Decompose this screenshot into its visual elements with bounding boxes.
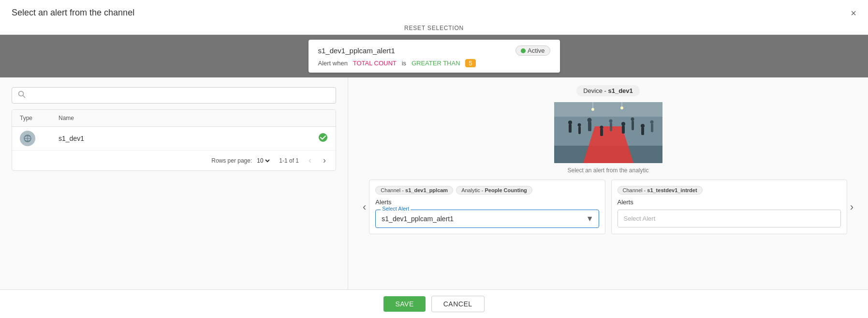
rows-per-page-label: Rows per page:	[211, 157, 252, 164]
modal-header: Select an alert from the channel ×	[0, 0, 868, 22]
svg-rect-7	[554, 102, 662, 117]
device-type-icon	[20, 131, 35, 146]
svg-line-1	[23, 96, 25, 98]
active-badge: Active	[515, 45, 550, 56]
right-panel: Device - s1_dev1	[348, 77, 868, 289]
condition-operator: GREATER THAN	[412, 60, 460, 67]
table-row[interactable]: s1_dev1	[12, 127, 336, 151]
svg-point-21	[621, 122, 625, 126]
select-alert-float-label-0: Select Alert	[381, 206, 411, 212]
td-name: s1_dev1	[59, 135, 318, 142]
svg-rect-26	[651, 123, 653, 132]
channel-card-0: Channel - s1_dev1_pplcam Analytic - Peop…	[369, 180, 605, 234]
channel-card-1: Channel - s1_testdev1_intrdet Alerts Sel…	[611, 180, 847, 234]
modal-footer: SAVE CANCEL	[0, 289, 868, 318]
alerts-label-1: Alerts	[618, 198, 841, 206]
alert-card-header: s1_dev1_pplcam_alert1 Active	[318, 45, 550, 56]
select-alert-empty-1[interactable]: Select Alert	[618, 210, 841, 227]
rows-per-page-select[interactable]: 10 25 50	[255, 157, 271, 165]
active-label: Active	[528, 47, 544, 54]
svg-point-17	[600, 126, 603, 129]
svg-point-15	[587, 118, 591, 122]
cancel-button[interactable]: CANCEL	[431, 296, 485, 312]
svg-point-5	[319, 133, 327, 142]
select-alert-select-0[interactable]: s1_dev1_pplcam_alert1	[376, 210, 598, 227]
reset-selection-link[interactable]: RESET SELECTION	[404, 25, 464, 31]
channels-row: ‹ Channel - s1_dev1_pplcam Analytic - Pe…	[360, 180, 856, 234]
selected-alert-banner: s1_dev1_pplcam_alert1 Active Alert when …	[0, 35, 868, 77]
table-header: Type Name	[12, 110, 336, 127]
active-dot-icon	[521, 48, 526, 53]
device-label: Device - s1_dev1	[576, 85, 640, 96]
preview-hint: Select an alert from the analytic	[567, 167, 648, 174]
close-icon[interactable]: ×	[851, 8, 856, 18]
device-table: Type Name	[12, 109, 336, 171]
svg-rect-24	[641, 127, 644, 135]
search-input[interactable]	[29, 91, 330, 99]
svg-point-23	[631, 118, 634, 121]
channel-tag-1: Channel - s1_testdev1_intrdet	[618, 186, 703, 195]
condition-prefix: Alert when	[318, 60, 348, 67]
next-page-button[interactable]: ›	[321, 154, 328, 167]
svg-point-29	[591, 108, 594, 111]
rows-per-page: Rows per page: 10 25 50	[211, 157, 271, 165]
camera-preview	[554, 102, 662, 163]
alert-condition: Alert when TOTAL COUNT is GREATER THAN 5	[318, 60, 550, 67]
svg-point-27	[650, 121, 653, 124]
channel-tag-row-1: Channel - s1_testdev1_intrdet	[618, 186, 841, 195]
search-icon	[18, 91, 26, 100]
channel-tag-row-0: Channel - s1_dev1_pplcam Analytic - Peop…	[375, 186, 599, 195]
crowd-scene	[554, 102, 662, 163]
prev-page-button[interactable]: ‹	[307, 154, 313, 167]
left-panel: Type Name	[0, 77, 348, 289]
col-type: Type	[20, 115, 59, 121]
svg-point-13	[577, 123, 581, 127]
svg-rect-18	[610, 122, 612, 131]
channels-prev-button[interactable]: ‹	[360, 180, 369, 234]
svg-rect-14	[588, 121, 591, 131]
col-name: Name	[59, 115, 328, 121]
condition-verb: is	[402, 60, 406, 67]
td-type	[20, 131, 59, 146]
channels-next-button[interactable]: ›	[847, 180, 856, 234]
svg-point-31	[620, 106, 623, 109]
reset-bar: RESET SELECTION	[0, 22, 868, 35]
table-footer: Rows per page: 10 25 50 1-1 of 1 ‹ ›	[12, 151, 336, 170]
search-box	[12, 87, 336, 104]
svg-point-25	[641, 124, 645, 128]
device-label-prefix: Device -	[583, 87, 606, 94]
analytic-tag-0: Analytic - People Counting	[456, 186, 532, 195]
select-alert-wrapper-0: Select Alert s1_dev1_pplcam_alert1 ▼	[375, 210, 599, 228]
svg-rect-12	[578, 126, 581, 134]
channel-tag-0: Channel - s1_dev1_pplcam	[375, 186, 453, 195]
modal-title: Select an alert from the channel	[12, 8, 134, 18]
svg-rect-16	[600, 129, 603, 136]
save-button[interactable]: SAVE	[383, 296, 425, 312]
svg-rect-20	[622, 125, 625, 134]
modal-body: Type Name	[0, 77, 868, 289]
condition-value: 5	[465, 59, 475, 67]
alert-card: s1_dev1_pplcam_alert1 Active Alert when …	[309, 40, 560, 73]
modal: Select an alert from the channel × RESET…	[0, 0, 868, 318]
condition-metric: TOTAL COUNT	[353, 60, 397, 67]
alerts-label-0: Alerts	[375, 198, 599, 206]
device-label-name: s1_dev1	[608, 87, 633, 94]
svg-rect-22	[632, 121, 634, 130]
alert-name: s1_dev1_pplcam_alert1	[318, 46, 395, 55]
svg-point-19	[609, 120, 612, 123]
svg-rect-10	[569, 124, 572, 133]
channels-container: Channel - s1_dev1_pplcam Analytic - Peop…	[369, 180, 847, 234]
svg-point-11	[568, 121, 572, 124]
row-check-icon	[318, 133, 328, 145]
page-info: 1-1 of 1	[279, 157, 299, 164]
